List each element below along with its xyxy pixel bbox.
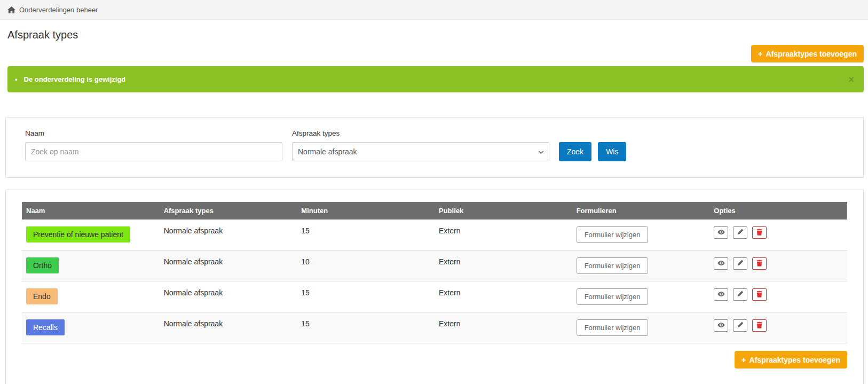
table-row: Ortho Normale afspraak 10 Extern Formuli… — [22, 250, 847, 281]
edit-button[interactable] — [733, 288, 747, 301]
cell-minutes: 10 — [297, 250, 435, 281]
bullet-icon: • — [15, 75, 18, 83]
edit-button[interactable] — [733, 319, 747, 332]
cell-public: Extern — [435, 220, 572, 250]
formulier-wijzigen-button[interactable]: Formulier wijzigen — [577, 226, 649, 243]
formulier-wijzigen-button[interactable]: Formulier wijzigen — [577, 257, 649, 274]
search-panel: Naam Afspraak types Normale afspraak Zoe… — [5, 117, 864, 178]
view-button[interactable] — [714, 226, 728, 239]
afspraak-types-table: Naam Afspraak types Minuten Publiek Form… — [22, 202, 847, 343]
cell-public: Extern — [435, 281, 572, 312]
zoek-button[interactable]: Zoek — [559, 142, 591, 161]
close-icon[interactable]: × — [848, 75, 854, 84]
trash-icon — [756, 260, 762, 268]
cell-minutes: 15 — [297, 220, 435, 250]
name-badge: Ortho — [26, 257, 59, 273]
header-minuten: Minuten — [297, 202, 435, 220]
breadcrumb-item[interactable]: Onderverdelingen beheer — [19, 6, 98, 14]
search-name-input[interactable] — [25, 142, 282, 161]
cell-public: Extern — [435, 250, 572, 281]
add-afspraaktypes-button-bottom[interactable]: + Afspraaktypes toevoegen — [735, 351, 847, 369]
edit-button[interactable] — [733, 257, 747, 270]
table-header-row: Naam Afspraak types Minuten Publiek Form… — [22, 202, 847, 220]
delete-button[interactable] — [752, 226, 767, 239]
page-title: Afspraak types — [7, 29, 861, 41]
breadcrumb: Onderverdelingen beheer — [0, 0, 868, 20]
pencil-icon — [737, 291, 744, 299]
cell-type: Normale afspraak — [160, 281, 297, 312]
formulier-wijzigen-button[interactable]: Formulier wijzigen — [577, 288, 649, 305]
add-afspraaktypes-button-top[interactable]: + Afspraaktypes toevoegen — [751, 45, 864, 62]
name-badge: Recalls — [26, 319, 65, 335]
pencil-icon — [737, 322, 744, 330]
cell-type: Normale afspraak — [160, 312, 297, 343]
header-formulieren: Formulieren — [572, 202, 710, 220]
table-row: Endo Normale afspraak 15 Extern Formulie… — [22, 281, 847, 312]
success-alert: • De onderverdeling is gewijzigd × — [7, 66, 864, 92]
table-row: Recalls Normale afspraak 15 Extern Formu… — [22, 312, 847, 343]
alert-message: De onderverdeling is gewijzigd — [24, 75, 126, 83]
formulier-wijzigen-button[interactable]: Formulier wijzigen — [577, 319, 649, 336]
eye-icon — [717, 291, 725, 299]
add-button-label: Afspraaktypes toevoegen — [749, 356, 840, 364]
header-publiek: Publiek — [435, 202, 572, 220]
home-icon — [7, 6, 15, 13]
eye-icon — [717, 260, 725, 268]
trash-icon — [756, 229, 762, 237]
edit-button[interactable] — [733, 226, 747, 239]
view-button[interactable] — [714, 319, 728, 332]
view-button[interactable] — [714, 257, 728, 270]
bottom-actions: + Afspraaktypes toevoegen — [22, 351, 847, 369]
pencil-icon — [737, 260, 744, 268]
cell-public: Extern — [435, 312, 572, 343]
add-button-label: Afspraaktypes toevoegen — [766, 50, 857, 58]
trash-icon — [756, 322, 762, 330]
header-opties: Opties — [709, 202, 847, 220]
results-panel: Naam Afspraak types Minuten Publiek Form… — [5, 190, 864, 384]
cell-minutes: 15 — [297, 281, 435, 312]
view-button[interactable] — [714, 288, 728, 301]
cell-type: Normale afspraak — [160, 220, 297, 250]
delete-button[interactable] — [752, 257, 767, 270]
plus-icon: + — [741, 355, 746, 364]
top-actions: + Afspraaktypes toevoegen — [4, 45, 864, 62]
name-badge: Endo — [26, 288, 58, 304]
delete-button[interactable] — [752, 288, 767, 301]
afspraak-types-label: Afspraak types — [292, 129, 549, 137]
delete-button[interactable] — [752, 319, 767, 332]
header-naam: Naam — [22, 202, 160, 220]
header-afspraak-types: Afspraak types — [160, 202, 297, 220]
table-row: Preventie of nieuwe patiënt Normale afsp… — [22, 220, 847, 250]
name-label: Naam — [25, 129, 282, 137]
pencil-icon — [737, 229, 744, 237]
wis-button[interactable]: Wis — [598, 142, 626, 161]
plus-icon: + — [758, 49, 763, 58]
afspraak-types-select[interactable]: Normale afspraak — [292, 142, 549, 161]
trash-icon — [756, 291, 762, 299]
cell-type: Normale afspraak — [160, 250, 297, 281]
eye-icon — [717, 322, 725, 330]
eye-icon — [717, 229, 725, 237]
name-badge: Preventie of nieuwe patiënt — [26, 226, 130, 242]
cell-minutes: 15 — [297, 312, 435, 343]
